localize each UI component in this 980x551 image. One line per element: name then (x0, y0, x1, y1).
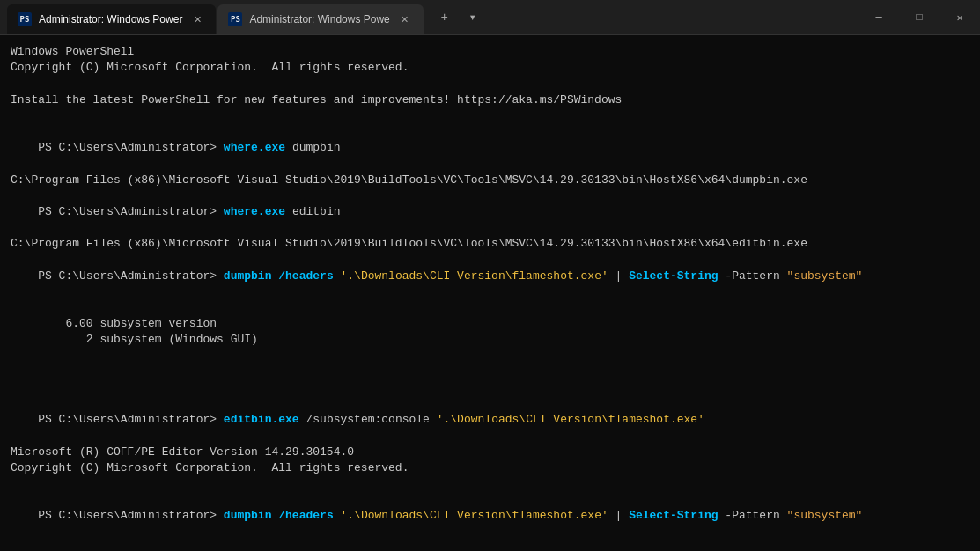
tab2-close-button[interactable]: ✕ (397, 11, 413, 27)
path-3: '.\Downloads\CLI Version\flameshot.exe' (340, 509, 608, 522)
path-2: '.\Downloads\CLI Version\flameshot.exe' (437, 413, 704, 426)
terminal-line-11 (11, 300, 969, 316)
terminal-line-6: PS C:\Users\Administrator> where.exe dum… (11, 124, 969, 173)
select-string-2: Select-String (629, 509, 718, 522)
powershell-icon-tab1: PS (18, 12, 32, 26)
window-controls: — □ ✕ (858, 0, 980, 34)
terminal-line-18: Microsoft (R) COFF/PE Editor Version 14.… (11, 444, 969, 460)
title-bar: PS Administrator: Windows Power ✕ PS Adm… (0, 0, 980, 35)
arg-editbin: editbin (285, 205, 340, 218)
arg-dumpbin: dumpbin (285, 141, 340, 154)
terminal-line-16 (11, 380, 969, 396)
prompt-5: PS C:\Users\Administrator> (38, 509, 224, 522)
pattern-value-2: "subsystem" (787, 509, 863, 522)
terminal-window: Windows PowerShell Copyright (C) Microso… (0, 35, 980, 551)
terminal-line-9: C:\Program Files (x86)\Microsoft Visual … (11, 236, 969, 252)
terminal-line-19: Copyright (C) Microsoft Corporation. All… (11, 460, 969, 476)
terminal-line-2: Copyright (C) Microsoft Corporation. All… (11, 60, 969, 76)
prompt-2: PS C:\Users\Administrator> (38, 205, 224, 218)
terminal-line-7: C:\Program Files (x86)\Microsoft Visual … (11, 173, 969, 188)
cmd-dumpbin-1: dumpbin /headers (224, 269, 341, 283)
terminal-line-12: 6.00 subsystem version (11, 316, 969, 332)
prompt-1: PS C:\Users\Administrator> (38, 141, 224, 154)
close-button[interactable]: ✕ (939, 0, 980, 35)
pattern-label-2: -Pattern (718, 509, 787, 522)
powershell-icon-tab2: PS (228, 12, 242, 26)
cmd-editbin: editbin.exe (224, 413, 299, 426)
pattern-value-1: "subsystem" (787, 269, 863, 283)
tab-group: PS Administrator: Windows Power ✕ PS Adm… (7, 0, 425, 34)
new-tab-button[interactable]: + (432, 5, 457, 30)
cmd-where-1: where.exe (224, 141, 285, 154)
pipe-1: | (608, 269, 629, 283)
tab1-close-button[interactable]: ✕ (189, 11, 205, 27)
maximize-button[interactable]: □ (899, 0, 939, 35)
terminal-line-17: PS C:\Users\Administrator> editbin.exe /… (11, 396, 969, 444)
terminal-line-14 (11, 349, 969, 364)
pattern-label-1: -Pattern (718, 269, 787, 283)
terminal-line-8: PS C:\Users\Administrator> where.exe edi… (11, 188, 969, 237)
tab1-label: Administrator: Windows Power (39, 13, 182, 26)
terminal-line-21: PS C:\Users\Administrator> dumpbin /head… (11, 492, 969, 540)
terminal-line-10: PS C:\Users\Administrator> dumpbin /head… (11, 252, 969, 300)
terminal-line-5 (11, 108, 969, 124)
terminal-line-13: 2 subsystem (Windows GUI) (11, 332, 969, 348)
prompt-4: PS C:\Users\Administrator> (38, 413, 224, 426)
minimize-button[interactable]: — (858, 0, 899, 35)
cmd-where-2: where.exe (224, 205, 285, 218)
tab-dropdown-button[interactable]: ▾ (461, 5, 485, 30)
pipe-2: | (608, 509, 629, 522)
arg-subsystem: /subsystem:console (299, 413, 437, 426)
terminal-line-15 (11, 364, 969, 380)
title-bar-actions: + ▾ (432, 5, 485, 30)
prompt-3: PS C:\Users\Administrator> (38, 269, 224, 283)
tab-2[interactable]: PS Administrator: Windows Powe ✕ (217, 4, 423, 34)
select-string-1: Select-String (629, 269, 718, 283)
cmd-dumpbin-2: dumpbin /headers (224, 509, 341, 522)
tab-1[interactable]: PS Administrator: Windows Power ✕ (7, 4, 216, 34)
path-1: '.\Downloads\CLI Version\flameshot.exe' (340, 269, 608, 283)
terminal-line-1: Windows PowerShell (11, 44, 969, 60)
terminal-line-3 (11, 76, 969, 92)
tab2-label: Administrator: Windows Powe (249, 13, 389, 26)
terminal-line-4: Install the latest PowerShell for new fe… (11, 92, 969, 108)
terminal-line-20 (11, 476, 969, 492)
terminal-line-22 (11, 540, 969, 551)
